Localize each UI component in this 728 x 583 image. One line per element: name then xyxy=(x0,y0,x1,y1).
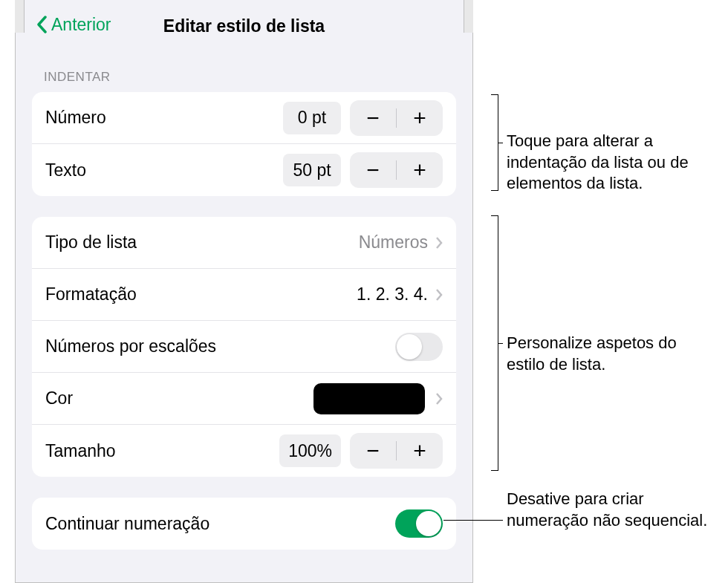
number-indent-increase[interactable]: + xyxy=(397,100,443,136)
format-value: 1. 2. 3. 4. xyxy=(357,284,428,304)
tiered-numbers-toggle[interactable] xyxy=(395,333,443,361)
callout-bracket xyxy=(491,94,498,191)
callout-line xyxy=(498,343,503,344)
list-type-value: Números xyxy=(359,232,428,253)
size-stepper: − + xyxy=(350,433,443,469)
number-indent-label: Número xyxy=(45,108,283,128)
callout-continue: Desative para criar numeração não sequen… xyxy=(507,489,715,531)
indent-card: Número 0 pt − + Texto 50 pt − + xyxy=(32,92,456,196)
number-indent-value[interactable]: 0 pt xyxy=(283,102,341,134)
chevron-right-icon xyxy=(435,237,443,249)
callout-bracket xyxy=(491,215,498,471)
continue-numbering-toggle[interactable] xyxy=(395,509,443,538)
toggle-knob xyxy=(416,511,441,536)
popover-title: Editar estilo de lista xyxy=(16,16,472,36)
toggle-knob xyxy=(397,334,422,359)
size-row: Tamanho 100% − + xyxy=(32,425,456,477)
list-type-row[interactable]: Tipo de lista Números xyxy=(32,217,456,269)
text-indent-increase[interactable]: + xyxy=(397,152,443,188)
size-value[interactable]: 100% xyxy=(279,434,341,467)
popover-panel: Anterior Editar estilo de lista Indentar… xyxy=(15,0,473,583)
chevron-right-icon xyxy=(435,393,443,405)
number-indent-row: Número 0 pt − + xyxy=(32,92,456,144)
continue-card: Continuar numeração xyxy=(32,498,456,550)
format-label: Formatação xyxy=(45,284,357,304)
chevron-right-icon xyxy=(435,289,443,301)
color-row[interactable]: Cor xyxy=(32,373,456,425)
color-swatch xyxy=(313,383,425,414)
text-indent-stepper: − + xyxy=(350,152,443,188)
text-indent-row: Texto 50 pt − + xyxy=(32,144,456,196)
text-indent-decrease[interactable]: − xyxy=(350,152,396,188)
callout-indent: Toque para alterar a indentação da lista… xyxy=(507,131,722,195)
size-increase[interactable]: + xyxy=(397,433,443,469)
popover-header: Anterior Editar estilo de lista xyxy=(16,0,472,49)
indent-section-header: Indentar xyxy=(16,49,472,92)
color-label: Cor xyxy=(45,388,313,408)
format-row[interactable]: Formatação 1. 2. 3. 4. xyxy=(32,269,456,321)
list-type-label: Tipo de lista xyxy=(45,232,359,253)
number-indent-decrease[interactable]: − xyxy=(350,100,396,136)
continue-numbering-row: Continuar numeração xyxy=(32,498,456,550)
size-decrease[interactable]: − xyxy=(350,433,396,469)
text-indent-value[interactable]: 50 pt xyxy=(283,154,341,186)
callout-line xyxy=(498,143,503,143)
size-label: Tamanho xyxy=(45,441,279,461)
tiered-numbers-row: Números por escalões xyxy=(32,321,456,373)
number-indent-stepper: − + xyxy=(350,100,443,136)
text-indent-label: Texto xyxy=(45,160,283,180)
callout-line xyxy=(443,520,503,521)
continue-numbering-label: Continuar numeração xyxy=(45,514,395,534)
callout-style: Personalize aspetos do estilo de lista. xyxy=(507,333,715,375)
tiered-numbers-label: Números por escalões xyxy=(45,336,395,356)
style-card: Tipo de lista Números Formatação 1. 2. 3… xyxy=(32,217,456,477)
